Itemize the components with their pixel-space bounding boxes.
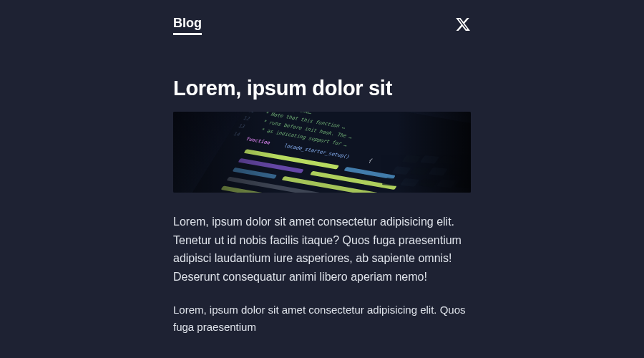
top-nav: Blog bbox=[173, 16, 471, 35]
svg-rect-37 bbox=[173, 112, 471, 193]
blog-link[interactable]: Blog bbox=[173, 16, 202, 35]
twitter-x-icon bbox=[455, 16, 471, 35]
article-paragraph: Lorem, ipsum dolor sit amet consectetur … bbox=[173, 213, 471, 286]
twitter-x-link[interactable] bbox=[455, 16, 471, 35]
page-container: Blog Lorem, ipsum dolor sit bbox=[173, 0, 471, 336]
hero-image: 9 10 11 12 13 14 if ( … * Sets up the… *… bbox=[173, 112, 471, 193]
blog-article: Lorem, ipsum dolor sit bbox=[173, 77, 471, 336]
article-title: Lorem, ipsum dolor sit bbox=[173, 77, 471, 100]
article-paragraph: Lorem, ipsum dolor sit amet consectetur … bbox=[173, 301, 471, 336]
